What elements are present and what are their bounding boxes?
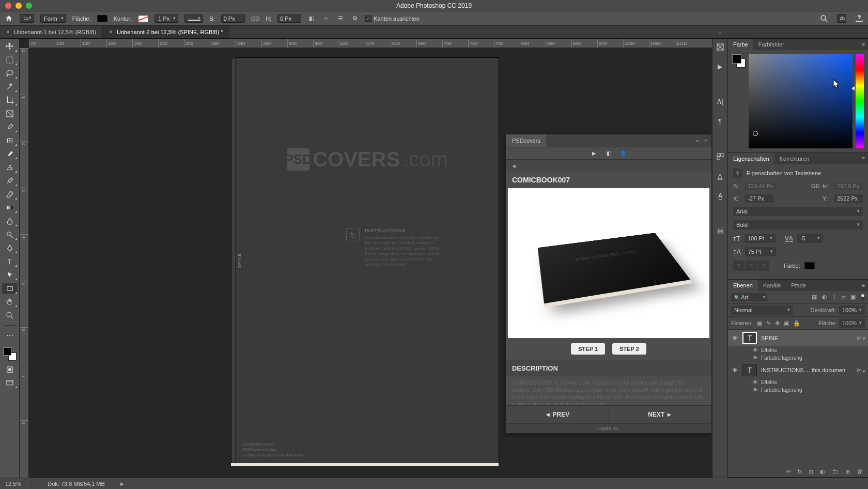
tab-color[interactable]: Farbe: [728, 39, 753, 50]
lasso-tool[interactable]: [2, 68, 18, 79]
visibility-icon[interactable]: 👁: [753, 355, 758, 361]
path-arrangement-icon[interactable]: ☰: [336, 14, 345, 23]
panel-menu-icon[interactable]: ≡: [704, 138, 707, 144]
document[interactable]: SPINE PSD COVERS.com INSTRUCTIONS Use th…: [236, 57, 499, 464]
lock-pixels-icon[interactable]: ▦: [757, 320, 762, 327]
panel-menu-icon[interactable]: ≡: [858, 282, 868, 289]
blend-mode-select[interactable]: Normal: [731, 305, 793, 315]
collapse-icon[interactable]: ››: [695, 138, 699, 144]
path-operations-icon[interactable]: ◧: [307, 14, 316, 23]
layer-name[interactable]: SPINE: [761, 335, 853, 341]
type-tool[interactable]: T: [2, 256, 18, 267]
visibility-icon[interactable]: 👁: [753, 387, 758, 393]
y-field[interactable]: 2522 Px: [834, 194, 863, 203]
height-field[interactable]: 0 Px: [277, 14, 301, 23]
search-icon[interactable]: [819, 14, 829, 23]
geometry-options-icon[interactable]: ⚙: [351, 14, 359, 23]
share-icon[interactable]: [855, 14, 864, 23]
visibility-icon[interactable]: 👁: [731, 335, 738, 341]
layer-effect-item[interactable]: 👁Farbüberlagerung: [728, 386, 868, 394]
close-tab-icon[interactable]: ×: [6, 28, 10, 36]
leading-field[interactable]: 75 Pt: [745, 247, 776, 256]
ruler-horizontal[interactable]: 7010013016019022025029034038043048052057…: [29, 39, 712, 48]
stroke-width-field[interactable]: 1 Px: [154, 14, 178, 23]
eraser-tool[interactable]: [2, 189, 18, 200]
quick-mask-icon[interactable]: [2, 364, 18, 375]
paragraph-panel-icon[interactable]: ¶: [715, 116, 725, 127]
opacity-field[interactable]: 100%: [839, 305, 865, 315]
home-button[interactable]: [4, 14, 13, 23]
prev-button[interactable]: ◄ PREV: [506, 406, 609, 423]
gradient-tool[interactable]: [2, 202, 18, 213]
lock-paint-icon[interactable]: ✎: [766, 320, 771, 327]
psdcovers-tab[interactable]: PSDcovers: [506, 134, 547, 147]
panel-menu-icon[interactable]: ≡: [858, 155, 868, 162]
history-brush-tool[interactable]: [2, 175, 18, 187]
layer-effects[interactable]: 👁Effekte: [728, 378, 868, 386]
visibility-icon[interactable]: 👁: [753, 379, 758, 385]
layer-item-instructions[interactable]: 👁 T INSTRUCTIONS ... this documen fx ▴: [728, 362, 868, 378]
filter-smart-icon[interactable]: ▣: [850, 294, 856, 301]
actions-panel-icon[interactable]: ▶: [715, 62, 725, 72]
panel-menu-icon[interactable]: ≡: [858, 41, 868, 48]
layer-effects[interactable]: 👁Effekte: [728, 346, 868, 354]
user-icon[interactable]: 👤: [619, 150, 627, 157]
doc-size[interactable]: Dok: 73,8 MB/64,1 MB: [48, 481, 105, 487]
width-field[interactable]: 0 Px: [221, 14, 245, 23]
filter-toggle-icon[interactable]: [861, 294, 865, 301]
filter-adjust-icon[interactable]: ◐: [822, 294, 827, 301]
document-tab-2[interactable]: × Unbenannt-2 bei 12,5% (SPINE, RGB/8) *: [103, 26, 229, 38]
canvas[interactable]: SPINE PSD COVERS.com INSTRUCTIONS Use th…: [29, 48, 712, 478]
move-tool[interactable]: [2, 41, 18, 52]
tab-paths[interactable]: Pfade: [786, 280, 811, 291]
layer-style-icon[interactable]: fx: [798, 468, 802, 475]
filter-type-icon[interactable]: T: [832, 294, 836, 301]
color-fg-bg[interactable]: [732, 54, 746, 68]
ruler-vertical[interactable]: 012345678: [20, 48, 29, 478]
status-menu-icon[interactable]: ▶: [120, 481, 124, 486]
lock-position-icon[interactable]: ✥: [775, 320, 780, 327]
healing-brush-tool[interactable]: [2, 135, 18, 146]
text-color-swatch[interactable]: [804, 262, 815, 269]
window-controls[interactable]: [5, 3, 32, 9]
font-size-field[interactable]: 100 Pt: [745, 234, 776, 243]
step2-button[interactable]: STEP 2: [612, 343, 646, 355]
eyedropper-tool[interactable]: [2, 121, 18, 133]
lock-artboard-icon[interactable]: ▣: [784, 320, 789, 327]
tab-adjustments[interactable]: Korrekturen: [774, 153, 814, 164]
fx-badge[interactable]: fx ▴: [857, 368, 865, 373]
color-picker-ring-icon[interactable]: [753, 131, 758, 136]
align-edges-checkbox[interactable]: ✓ Kanten ausrichten: [365, 16, 420, 22]
link-layers-icon[interactable]: ⚯: [786, 468, 791, 475]
path-selection-tool[interactable]: [2, 269, 18, 281]
fill-opacity-field[interactable]: 100%: [839, 318, 865, 328]
play-icon[interactable]: ▶: [591, 150, 598, 157]
layer-item-spine[interactable]: 👁 T SPINE fx ▾: [728, 330, 868, 346]
link-wh-icon[interactable]: GÐ: [251, 16, 260, 22]
layer-name[interactable]: INSTRUCTIONS ... this documen: [761, 367, 853, 373]
shape-tool-preset-icon[interactable]: ▭: [20, 14, 34, 23]
tab-properties[interactable]: Eigenschaften: [728, 153, 774, 164]
new-layer-icon[interactable]: ⊞: [845, 468, 850, 475]
tracking-field[interactable]: -5: [797, 234, 823, 243]
tab-channels[interactable]: Kanäle: [758, 280, 786, 291]
blur-tool[interactable]: [2, 216, 18, 227]
magic-wand-tool[interactable]: [2, 81, 18, 93]
character-panel-icon[interactable]: A|: [715, 97, 725, 107]
clone-stamp-tool[interactable]: [2, 162, 18, 173]
back-arrow-icon[interactable]: ◄: [511, 163, 517, 169]
hue-strip[interactable]: [856, 54, 864, 148]
edit-toolbar-icon[interactable]: ⋯: [2, 330, 18, 341]
x-field[interactable]: -27 Px: [745, 194, 773, 203]
layer-effect-item[interactable]: 👁Farbüberlagerung: [728, 354, 868, 362]
fill-swatch[interactable]: [97, 15, 107, 22]
hand-tool[interactable]: [2, 296, 18, 308]
dodge-tool[interactable]: [2, 229, 18, 240]
stroke-swatch[interactable]: [138, 15, 148, 22]
workspace-select-icon[interactable]: ▭: [837, 14, 846, 23]
frame-tool[interactable]: [2, 108, 18, 119]
rectangle-tool[interactable]: [2, 283, 18, 294]
align-left-button[interactable]: ≡: [733, 261, 745, 271]
minimize-window-icon[interactable]: [16, 3, 22, 9]
path-alignment-icon[interactable]: ≡: [322, 14, 330, 23]
